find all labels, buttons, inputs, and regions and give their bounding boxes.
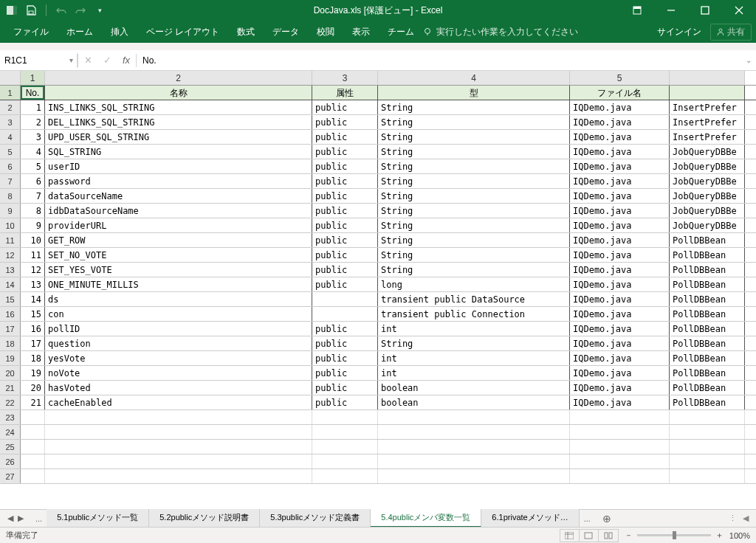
cell-name[interactable]: pollID bbox=[45, 322, 312, 336]
cell[interactable] bbox=[21, 410, 45, 424]
cell-no[interactable]: 8 bbox=[21, 204, 45, 218]
cell-class[interactable]: JobQueryDBBe bbox=[670, 174, 745, 188]
cell-header-no[interactable]: No. bbox=[21, 86, 45, 100]
cell-type[interactable]: String bbox=[378, 263, 570, 277]
cell-attr[interactable]: public bbox=[312, 263, 378, 277]
cell-class[interactable]: PollDBBean bbox=[670, 248, 745, 262]
normal-view-icon[interactable] bbox=[560, 530, 580, 542]
tab-file[interactable]: ファイル bbox=[4, 21, 58, 43]
cell[interactable] bbox=[378, 410, 570, 424]
cell[interactable] bbox=[21, 425, 45, 439]
row-header[interactable]: 8 bbox=[0, 189, 21, 203]
select-all-corner[interactable] bbox=[0, 71, 21, 85]
cell-no[interactable]: 14 bbox=[21, 292, 45, 306]
cell-no[interactable]: 17 bbox=[21, 336, 45, 350]
cell-name[interactable]: providerURL bbox=[45, 218, 312, 232]
page-layout-view-icon[interactable] bbox=[580, 530, 599, 542]
cell-name[interactable]: password bbox=[45, 174, 312, 188]
name-box[interactable] bbox=[0, 53, 65, 68]
cell-no[interactable]: 10 bbox=[21, 233, 45, 247]
cell-no[interactable]: 16 bbox=[21, 322, 45, 336]
cell-class[interactable]: InsertPrefer bbox=[670, 115, 745, 129]
cell[interactable] bbox=[670, 410, 745, 424]
cell-file[interactable]: IQDemo.java bbox=[570, 204, 670, 218]
cell-class[interactable]: JobQueryDBBe bbox=[670, 218, 745, 232]
row-header[interactable]: 6 bbox=[0, 159, 21, 173]
cell-no[interactable]: 15 bbox=[21, 307, 45, 321]
tab-home[interactable]: ホーム bbox=[58, 21, 102, 43]
cell-attr[interactable]: public bbox=[312, 174, 378, 188]
tab-review[interactable]: 校閲 bbox=[308, 21, 343, 43]
cell-no[interactable]: 12 bbox=[21, 263, 45, 277]
cell[interactable] bbox=[312, 425, 378, 439]
cell[interactable] bbox=[312, 469, 378, 483]
cell-no[interactable]: 13 bbox=[21, 277, 45, 291]
cell-class[interactable]: PollDBBean bbox=[670, 336, 745, 350]
tab-nav-next-icon[interactable]: ▶ bbox=[18, 513, 24, 523]
cell-file[interactable]: IQDemo.java bbox=[570, 322, 670, 336]
save-icon[interactable] bbox=[25, 4, 37, 16]
grid-body[interactable]: 1No.名称属性型ファイル名21INS_LINKS_SQL_STRINGpubl… bbox=[0, 86, 756, 509]
row-header[interactable]: 5 bbox=[0, 145, 21, 159]
cell[interactable] bbox=[21, 454, 45, 468]
cell[interactable] bbox=[378, 440, 570, 454]
cell-file[interactable]: IQDemo.java bbox=[570, 115, 670, 129]
cell-type[interactable]: String bbox=[378, 218, 570, 232]
tab-page-layout[interactable]: ページ レイアウト bbox=[137, 21, 228, 43]
cell-type[interactable]: int bbox=[378, 366, 570, 380]
cell-type[interactable]: String bbox=[378, 189, 570, 203]
cell[interactable] bbox=[21, 440, 45, 454]
cell-attr[interactable]: public bbox=[312, 145, 378, 159]
cell-type[interactable]: transient public Connection bbox=[378, 307, 570, 321]
cell-type[interactable]: int bbox=[378, 322, 570, 336]
cell-file[interactable]: IQDemo.java bbox=[570, 174, 670, 188]
col-header[interactable]: 3 bbox=[312, 71, 378, 85]
cell-attr[interactable] bbox=[312, 292, 378, 306]
cell-attr[interactable]: public bbox=[312, 218, 378, 232]
cell-class[interactable]: PollDBBean bbox=[670, 292, 745, 306]
cell-file[interactable]: IQDemo.java bbox=[570, 395, 670, 409]
cell-name[interactable]: question bbox=[45, 336, 312, 350]
new-sheet-icon[interactable]: ⊕ bbox=[595, 513, 619, 525]
cell-file[interactable]: IQDemo.java bbox=[570, 292, 670, 306]
cell-class[interactable]: PollDBBean bbox=[670, 381, 745, 395]
row-header[interactable]: 24 bbox=[0, 425, 21, 439]
row-header[interactable]: 12 bbox=[0, 248, 21, 262]
row-header[interactable]: 26 bbox=[0, 454, 21, 468]
cell-name[interactable]: yesVote bbox=[45, 351, 312, 365]
insert-function-icon[interactable]: fx bbox=[117, 55, 136, 66]
cell-name[interactable]: hasVoted bbox=[45, 381, 312, 395]
cell-attr[interactable]: public bbox=[312, 248, 378, 262]
cell-name[interactable]: noVote bbox=[45, 366, 312, 380]
cell-type[interactable]: String bbox=[378, 336, 570, 350]
cell-name[interactable]: cacheEnabled bbox=[45, 395, 312, 409]
cell-type[interactable]: transient public DataSource bbox=[378, 292, 570, 306]
cell[interactable] bbox=[312, 454, 378, 468]
cell-header-attr[interactable]: 属性 bbox=[312, 86, 378, 100]
cell-file[interactable]: IQDemo.java bbox=[570, 233, 670, 247]
sheet-tab[interactable]: 5.1publicメソッド一覧 bbox=[47, 509, 149, 528]
cell-file[interactable]: IQDemo.java bbox=[570, 381, 670, 395]
qat-dropdown-icon[interactable]: ▾ bbox=[94, 4, 106, 16]
cell-attr[interactable]: public bbox=[312, 100, 378, 114]
cell-header-name[interactable]: 名称 bbox=[45, 86, 312, 100]
cell-type[interactable]: long bbox=[378, 277, 570, 291]
cell-file[interactable]: IQDemo.java bbox=[570, 248, 670, 262]
cell[interactable] bbox=[378, 425, 570, 439]
tab-overflow-right[interactable]: ... bbox=[580, 514, 595, 523]
cell-class[interactable]: PollDBBean bbox=[670, 351, 745, 365]
cell-name[interactable]: ds bbox=[45, 292, 312, 306]
zoom-slider-thumb[interactable] bbox=[673, 531, 676, 539]
cell-class[interactable]: PollDBBean bbox=[670, 322, 745, 336]
cell-file[interactable]: IQDemo.java bbox=[570, 100, 670, 114]
cell[interactable] bbox=[670, 454, 745, 468]
col-header[interactable]: 4 bbox=[378, 71, 570, 85]
cell-name[interactable]: INS_LINKS_SQL_STRING bbox=[45, 100, 312, 114]
cell[interactable] bbox=[45, 410, 312, 424]
sign-in-link[interactable]: サインイン bbox=[657, 26, 701, 38]
cell-no[interactable]: 5 bbox=[21, 159, 45, 173]
enter-formula-icon[interactable]: ✓ bbox=[97, 55, 117, 66]
cell-name[interactable]: GET_ROW bbox=[45, 233, 312, 247]
sheet-tab[interactable]: 5.4publicメンバ変数一覧 bbox=[371, 509, 481, 528]
cell-file[interactable]: IQDemo.java bbox=[570, 145, 670, 159]
